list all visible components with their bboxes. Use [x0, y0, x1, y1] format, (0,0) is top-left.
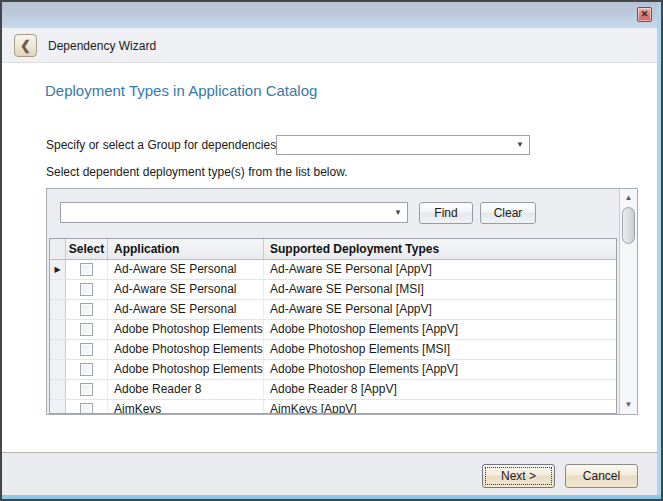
group-combobox[interactable]: ▼: [276, 135, 530, 155]
clear-button[interactable]: Clear: [480, 202, 536, 224]
filter-combobox[interactable]: ▼: [60, 202, 408, 223]
deployment-types-grid: Select Application Supported Deployment …: [49, 238, 617, 414]
deployment-type-cell: Ad-Aware SE Personal [AppV]: [264, 300, 616, 319]
deployment-type-cell: Ad-Aware SE Personal [AppV]: [264, 260, 616, 279]
deployment-type-cell: AimKeys [AppV]: [264, 400, 616, 414]
table-row[interactable]: Ad-Aware SE Personal Ad-Aware SE Persona…: [50, 280, 616, 300]
back-button[interactable]: ❮: [14, 34, 37, 57]
grid-header-row: Select Application Supported Deployment …: [50, 239, 616, 260]
close-button[interactable]: ✕: [637, 7, 652, 22]
column-header-select[interactable]: Select: [66, 239, 108, 259]
find-button[interactable]: Find: [419, 202, 473, 224]
close-icon: ✕: [641, 9, 649, 19]
select-cell: [66, 280, 108, 299]
table-row[interactable]: Ad-Aware SE Personal Ad-Aware SE Persona…: [50, 300, 616, 320]
table-row[interactable]: Adobe Photoshop Elements Adobe Photoshop…: [50, 340, 616, 360]
application-cell: Adobe Photoshop Elements: [108, 340, 264, 359]
row-header-cell: [50, 300, 66, 319]
footer-bar: Next > Cancel: [2, 452, 661, 499]
row-checkbox[interactable]: [80, 303, 93, 316]
deployment-type-cell: Adobe Photoshop Elements [MSI]: [264, 340, 616, 359]
row-checkbox[interactable]: [80, 383, 93, 396]
column-header-application[interactable]: Application: [108, 239, 264, 259]
application-cell: Adobe Photoshop Elements: [108, 320, 264, 339]
next-button[interactable]: Next >: [482, 464, 555, 488]
scroll-up-icon[interactable]: ▲: [620, 190, 637, 206]
window-edge-glow-bottom: [2, 495, 661, 499]
wizard-header: ❮ Dependency Wizard: [2, 28, 661, 63]
row-header-cell: [50, 400, 66, 414]
grid-body: ▶ Ad-Aware SE Personal Ad-Aware SE Perso…: [50, 260, 616, 414]
select-cell: [66, 260, 108, 279]
wizard-title: Dependency Wizard: [48, 39, 156, 53]
window-edge-glow-right: [657, 2, 661, 499]
select-cell: [66, 320, 108, 339]
table-row[interactable]: ▶ Ad-Aware SE Personal Ad-Aware SE Perso…: [50, 260, 616, 280]
row-header-cell: [50, 320, 66, 339]
group-dependencies-label: Specify or select a Group for dependenci…: [46, 138, 276, 152]
row-checkbox[interactable]: [80, 363, 93, 376]
application-cell: Adobe Reader 8: [108, 380, 264, 399]
select-cell: [66, 380, 108, 399]
select-cell: [66, 360, 108, 379]
select-cell: [66, 340, 108, 359]
current-row-marker-icon: ▶: [54, 265, 60, 274]
group-combobox-input[interactable]: [279, 137, 509, 153]
table-row[interactable]: Adobe Photoshop Elements Adobe Photoshop…: [50, 360, 616, 380]
row-checkbox[interactable]: [80, 263, 93, 276]
select-cell: [66, 300, 108, 319]
deployment-type-cell: Adobe Photoshop Elements [AppV]: [264, 360, 616, 379]
table-row[interactable]: Adobe Photoshop Elements Adobe Photoshop…: [50, 320, 616, 340]
chevron-down-icon[interactable]: ▼: [516, 141, 524, 149]
cancel-button[interactable]: Cancel: [565, 464, 638, 488]
grid-corner-cell: [50, 239, 66, 259]
row-header-cell: ▶: [50, 260, 66, 279]
application-cell: AimKeys: [108, 400, 264, 414]
titlebar: ✕: [2, 2, 661, 28]
content-area: Deployment Types in Application Catalog …: [2, 64, 661, 452]
row-header-cell: [50, 340, 66, 359]
row-checkbox[interactable]: [80, 343, 93, 356]
select-cell: [66, 400, 108, 414]
dependency-wizard-window: ✕ ❮ Dependency Wizard Deployment Types i…: [0, 0, 663, 501]
application-cell: Ad-Aware SE Personal: [108, 300, 264, 319]
row-checkbox[interactable]: [80, 283, 93, 296]
table-row[interactable]: Adobe Reader 8 Adobe Reader 8 [AppV]: [50, 380, 616, 400]
scroll-down-icon[interactable]: ▼: [620, 397, 637, 413]
application-cell: Adobe Photoshop Elements: [108, 360, 264, 379]
application-cell: Ad-Aware SE Personal: [108, 280, 264, 299]
row-header-cell: [50, 360, 66, 379]
back-arrow-icon: ❮: [20, 38, 31, 53]
row-checkbox[interactable]: [80, 403, 93, 414]
deployment-type-cell: Adobe Reader 8 [AppV]: [264, 380, 616, 399]
row-checkbox[interactable]: [80, 323, 93, 336]
filter-combobox-input[interactable]: [63, 204, 387, 221]
select-deployment-types-label: Select dependent deployment type(s) from…: [46, 165, 348, 179]
chevron-down-icon[interactable]: ▼: [394, 208, 402, 216]
page-title: Deployment Types in Application Catalog: [45, 82, 317, 99]
scrollbar-thumb[interactable]: [622, 207, 635, 244]
row-header-cell: [50, 280, 66, 299]
row-header-cell: [50, 380, 66, 399]
deployment-type-cell: Adobe Photoshop Elements [AppV]: [264, 320, 616, 339]
panel-scrollbar[interactable]: ▲ ▼: [619, 189, 637, 414]
deployment-types-panel: ▼ Find Clear Select Application Supporte…: [46, 188, 638, 415]
column-header-supported-deployment-types[interactable]: Supported Deployment Types: [264, 239, 616, 259]
deployment-type-cell: Ad-Aware SE Personal [MSI]: [264, 280, 616, 299]
table-row[interactable]: AimKeys AimKeys [AppV]: [50, 400, 616, 414]
application-cell: Ad-Aware SE Personal: [108, 260, 264, 279]
